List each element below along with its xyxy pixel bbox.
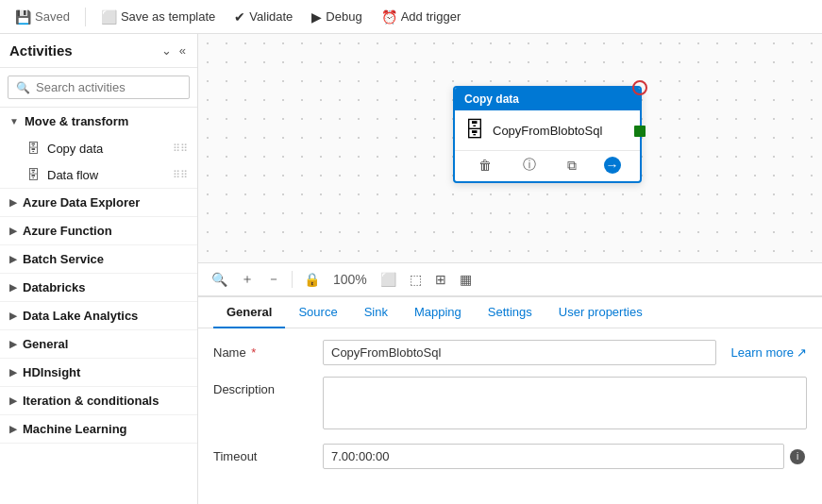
drag-handle: ⠿⠿ xyxy=(173,143,188,155)
chevron-right-icon: ▶ xyxy=(9,395,17,406)
trigger-icon: ⏰ xyxy=(381,9,397,25)
copy-data-icon: 🗄 xyxy=(26,141,40,156)
sidebar-section-header-hdinsight[interactable]: ▶ HDInsight xyxy=(0,359,197,386)
success-dot xyxy=(634,126,646,137)
sidebar-section-header-azure-data-explorer[interactable]: ▶ Azure Data Explorer xyxy=(0,189,197,216)
debug-button[interactable]: ▶ Debug xyxy=(304,6,369,28)
search-input[interactable] xyxy=(36,80,181,94)
sidebar-section-header-iteration-conditionals[interactable]: ▶ Iteration & conditionals xyxy=(0,387,197,414)
learn-more-link[interactable]: Learn more ↗ xyxy=(731,340,807,360)
tab-sink[interactable]: Sink xyxy=(351,297,401,328)
search-box: 🔍 xyxy=(8,76,190,99)
sidebar-section-hdinsight: ▶ HDInsight xyxy=(0,359,197,387)
chevron-right-icon: ▶ xyxy=(9,197,17,208)
tab-general[interactable]: General xyxy=(213,297,285,328)
add-trigger-button[interactable]: ⏰ Add trigger xyxy=(374,6,469,28)
timeout-row: Timeout i xyxy=(213,444,807,469)
chevron-right-icon: ▶ xyxy=(9,282,17,293)
chevron-right-icon: ▶ xyxy=(9,339,17,349)
sidebar-item-copy-data[interactable]: 🗄 Copy data ⠿⠿ xyxy=(0,135,197,161)
name-field xyxy=(323,340,716,365)
canvas-search-tool[interactable]: 🔍 xyxy=(206,268,233,291)
sidebar-section-machine-learning: ▶ Machine Learning xyxy=(0,415,197,444)
name-label: Name * xyxy=(213,340,308,360)
sidebar-section-header-machine-learning[interactable]: ▶ Machine Learning xyxy=(0,415,197,443)
description-field xyxy=(323,377,807,432)
sidebar-section-header-azure-function[interactable]: ▶ Azure Function xyxy=(0,217,197,244)
sidebar-section-data-lake-analytics: ▶ Data Lake Analytics xyxy=(0,302,197,330)
activity-card-body: 🗄 CopyFromBlobtoSql xyxy=(455,110,640,150)
canvas-tool-separator xyxy=(292,271,293,288)
sidebar-item-data-flow[interactable]: 🗄 Data flow ⠿⠿ xyxy=(0,161,197,188)
sidebar: Activities ⌄ « 🔍 ▼ Move & transform 🗄 xyxy=(0,34,198,504)
debug-icon: ▶ xyxy=(311,9,322,25)
saved-icon: 💾 xyxy=(15,9,31,25)
canvas-add-tool[interactable]: ＋ xyxy=(235,267,260,292)
main-toolbar: 💾 Saved ⬜ Save as template ✔ Validate ▶ … xyxy=(0,0,822,34)
sidebar-header-icons: ⌄ « xyxy=(159,42,188,59)
main-content: Activities ⌄ « 🔍 ▼ Move & transform 🗄 xyxy=(0,34,822,504)
sidebar-section-header-batch-service[interactable]: ▶ Batch Service xyxy=(0,245,197,273)
minimize-icon[interactable]: « xyxy=(177,42,188,59)
drag-handle: ⠿⠿ xyxy=(173,169,188,181)
canvas-lock-tool[interactable]: 🔒 xyxy=(298,268,326,291)
name-row: Name * Learn more ↗ xyxy=(213,340,807,365)
sidebar-section-azure-data-explorer: ▶ Azure Data Explorer xyxy=(0,189,197,217)
timeout-field: i xyxy=(323,444,807,469)
pipeline-canvas[interactable]: Copy data 🗄 CopyFromBlobtoSql 🗑 ⓘ ⧉ → xyxy=(198,34,822,262)
activity-card-copy-data[interactable]: Copy data 🗄 CopyFromBlobtoSql 🗑 ⓘ ⧉ → xyxy=(453,86,642,183)
sidebar-title: Activities xyxy=(9,42,73,59)
chevron-right-icon: ▶ xyxy=(9,254,17,264)
sidebar-section-header-databricks[interactable]: ▶ Databricks xyxy=(0,274,197,301)
timeout-input[interactable] xyxy=(323,444,784,469)
name-input[interactable] xyxy=(323,340,716,365)
description-input[interactable] xyxy=(323,377,807,429)
delete-icon[interactable]: 🗑 xyxy=(475,156,495,175)
save-template-button[interactable]: ⬜ Save as template xyxy=(93,6,223,28)
canvas-remove-tool[interactable]: － xyxy=(261,267,286,292)
canvas-layout-tool[interactable]: ⊞ xyxy=(429,268,452,291)
canvas-zoom-tool[interactable]: 100% xyxy=(327,268,373,291)
copy-icon[interactable]: ⧉ xyxy=(563,156,580,176)
tab-mapping[interactable]: Mapping xyxy=(401,297,475,328)
description-row: Description xyxy=(213,377,807,432)
timeout-info-icon[interactable]: i xyxy=(790,449,805,464)
sidebar-search: 🔍 xyxy=(0,68,197,108)
chevron-right-icon: ▶ xyxy=(9,226,17,236)
sidebar-section-databricks: ▶ Databricks xyxy=(0,274,197,302)
validate-button[interactable]: ✔ Validate xyxy=(226,6,300,28)
connect-button[interactable]: → xyxy=(604,157,621,174)
sidebar-section-header-move-transform[interactable]: ▼ Move & transform xyxy=(0,108,197,135)
tab-settings[interactable]: Settings xyxy=(475,297,545,328)
properties-content: Name * Learn more ↗ Description xyxy=(198,328,822,504)
sidebar-header: Activities ⌄ « xyxy=(0,34,197,68)
collapse-icon[interactable]: ⌄ xyxy=(159,42,174,59)
activity-card-actions: 🗑 ⓘ ⧉ → xyxy=(455,150,640,181)
validate-icon: ✔ xyxy=(234,9,245,25)
copy-data-card-icon: 🗄 xyxy=(464,118,485,143)
chevron-right-icon: ▶ xyxy=(9,367,17,378)
timeout-input-wrap: i xyxy=(323,444,807,469)
info-card-icon[interactable]: ⓘ xyxy=(519,155,540,176)
canvas-grid-tool[interactable]: ▦ xyxy=(454,268,478,291)
canvas-select-tool[interactable]: ⬚ xyxy=(404,268,428,291)
tab-source[interactable]: Source xyxy=(285,297,350,328)
sidebar-section-azure-function: ▶ Azure Function xyxy=(0,217,197,245)
canvas-toolbar: 🔍 ＋ － 🔒 100% ⬜ ⬚ ⊞ ▦ xyxy=(198,262,822,296)
external-link-icon: ↗ xyxy=(797,345,807,360)
properties-tabs: General Source Sink Mapping Settings Use… xyxy=(198,297,822,328)
toolbar-separator xyxy=(85,8,86,26)
tab-user-properties[interactable]: User properties xyxy=(545,297,656,328)
canvas-fit-tool[interactable]: ⬜ xyxy=(375,268,402,291)
sidebar-section-iteration-conditionals: ▶ Iteration & conditionals xyxy=(0,387,197,415)
sidebar-section-header-general[interactable]: ▶ General xyxy=(0,330,197,358)
timeout-label: Timeout xyxy=(213,444,308,463)
sidebar-section-general: ▶ General xyxy=(0,330,197,359)
sidebar-section-header-data-lake-analytics[interactable]: ▶ Data Lake Analytics xyxy=(0,302,197,329)
chevron-down-icon: ▼ xyxy=(9,116,19,126)
chevron-right-icon: ▶ xyxy=(9,424,17,434)
description-label: Description xyxy=(213,377,308,396)
chevron-right-icon: ▶ xyxy=(9,311,17,321)
save-template-icon: ⬜ xyxy=(101,9,117,25)
canvas-area: Copy data 🗄 CopyFromBlobtoSql 🗑 ⓘ ⧉ → 🔍 … xyxy=(198,34,822,504)
